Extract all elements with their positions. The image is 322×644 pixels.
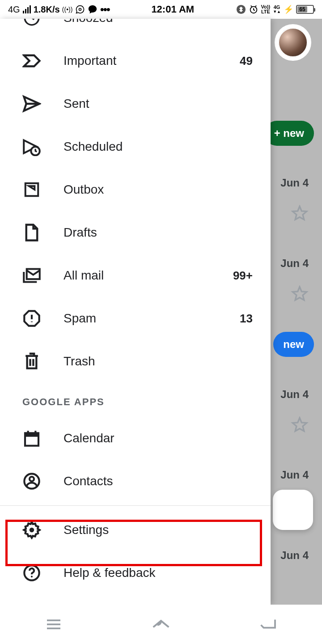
data-speed: 1.8K/s [34,4,60,15]
section-google-apps: GOOGLE APPS [0,383,271,417]
star-icon[interactable] [291,205,309,225]
nav-scheduled[interactable]: Scheduled [0,125,271,168]
recent-apps-button[interactable] [43,614,64,635]
nav-contacts[interactable]: Contacts [0,460,271,503]
star-icon[interactable] [291,416,309,436]
charging-icon: ⚡ [284,4,293,14]
nav-label: Spam [64,311,240,326]
hotspot-icon: ((•)) [63,4,72,14]
nav-label: Outbox [64,182,253,197]
nav-count: 13 [240,312,253,326]
nav-label: Calendar [64,431,253,445]
all-mail-icon [22,266,41,285]
svg-point-3 [25,19,39,25]
nav-label: All mail [64,268,233,283]
trash-icon [22,352,41,371]
svg-point-13 [31,576,33,577]
nav-count: 99+ [233,269,253,283]
message-icon [88,4,97,14]
nav-label: Sent [64,97,253,111]
nav-sent[interactable]: Sent [0,82,271,125]
svg-point-11 [30,528,34,533]
nav-label: Snoozed [64,19,253,25]
battery-icon: 65 [296,5,314,14]
alarm-icon [249,4,258,14]
navigation-drawer: Snoozed Important 49 Sent Scheduled [0,19,271,605]
svg-rect-5 [25,183,38,196]
nav-label: Contacts [64,474,253,488]
nav-calendar[interactable]: Calendar [0,417,271,460]
signal-icon [23,5,31,13]
divider [0,505,271,506]
important-icon [22,51,41,70]
nav-count: 49 [240,54,253,68]
nav-label: Scheduled [64,140,253,154]
star-icon[interactable] [291,285,309,305]
svg-rect-8 [25,433,38,436]
volte-icon: Vo)) LTE [261,4,271,14]
new-pill-social[interactable]: new [273,332,314,357]
email-date: Jun 4 [280,177,309,189]
help-icon [22,564,41,582]
network-icon-2: 4G ▼▲ [273,5,281,14]
nav-snoozed[interactable]: Snoozed [0,19,271,39]
back-button[interactable] [258,614,279,635]
more-icon: ••• [100,3,110,17]
settings-icon [22,521,41,539]
drafts-icon [22,223,41,242]
nav-label: Trash [64,354,253,369]
nav-drafts[interactable]: Drafts [0,211,271,254]
contacts-icon [22,472,41,491]
system-nav-bar [0,605,322,644]
nav-outbox[interactable]: Outbox [0,168,271,211]
new-pill-promotions[interactable]: + new [264,121,314,146]
scheduled-icon [22,137,41,156]
nav-label: Important [64,54,240,68]
nav-all-mail[interactable]: All mail 99+ [0,254,271,297]
spam-icon [22,309,41,328]
network-type: 4G [8,4,20,15]
nav-spam[interactable]: Spam 13 [0,297,271,340]
compose-button[interactable] [273,490,313,530]
nav-label: Help & feedback [64,566,253,580]
nav-help[interactable]: Help & feedback [0,551,271,594]
home-button[interactable] [150,614,172,635]
calendar-icon [22,429,41,448]
bluetooth-icon [236,4,246,14]
whatsapp-icon [75,4,85,14]
clock: 12:01 AM [151,4,194,15]
email-date: Jun 4 [280,388,309,401]
status-bar: 4G 1.8K/s ((•)) ••• 12:01 AM Vo)) LTE 4G… [0,0,322,19]
nav-settings[interactable]: Settings [0,508,271,551]
sent-icon [22,94,41,113]
nav-label: Drafts [64,225,253,240]
svg-point-10 [30,477,34,481]
nav-important[interactable]: Important 49 [0,39,271,82]
nav-label: Settings [64,523,253,537]
email-date: Jun 4 [280,549,309,562]
nav-trash[interactable]: Trash [0,340,271,383]
avatar[interactable] [278,28,308,57]
svg-point-0 [79,8,81,11]
email-date: Jun 4 [280,257,309,270]
snoozed-icon [22,19,41,27]
outbox-icon [22,180,41,199]
email-date: Jun 4 [280,469,309,481]
